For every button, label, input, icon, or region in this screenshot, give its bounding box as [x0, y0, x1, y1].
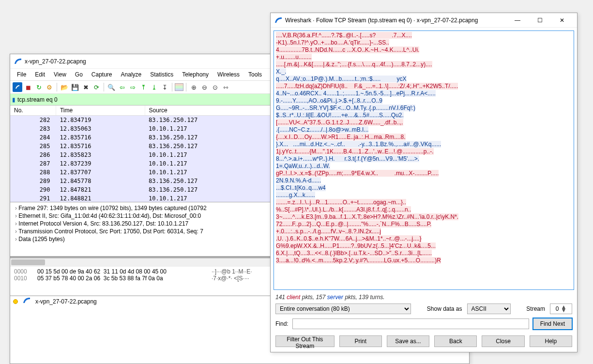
- save-as--button[interactable]: Save as...: [387, 335, 429, 347]
- close-button[interactable]: Close: [482, 335, 524, 347]
- options-button[interactable]: ⚙: [45, 82, 54, 92]
- restart-capture-button[interactable]: ↻: [34, 82, 44, 92]
- wireshark-icon: [274, 16, 282, 24]
- column-header[interactable]: No.: [10, 106, 56, 116]
- find-input[interactable]: [292, 318, 529, 329]
- show-as-select[interactable]: ASCII: [467, 303, 511, 314]
- find-label: Find:: [275, 320, 289, 327]
- maximize-button[interactable]: ☐: [529, 13, 551, 28]
- autoscroll-button[interactable]: ↧: [160, 82, 169, 92]
- packet-stats: 141 client pkts, 157 server pkts, 139 tu…: [271, 293, 577, 302]
- go-next-button[interactable]: ⇨: [128, 82, 137, 92]
- follow-titlebar[interactable]: Wireshark · Follow TCP Stream (tcp.strea…: [271, 13, 577, 28]
- stream-label: Stream: [526, 305, 545, 312]
- go-first-button[interactable]: ⤒: [138, 82, 148, 92]
- open-file-button[interactable]: 📂: [60, 82, 69, 92]
- menu-go[interactable]: Go: [71, 70, 87, 79]
- stream-number-value: 0: [556, 305, 559, 312]
- show-as-label: Show data as: [427, 305, 462, 312]
- menu-file[interactable]: File: [13, 70, 30, 79]
- menu-analyze[interactable]: Analyze: [117, 70, 146, 79]
- follow-title: Wireshark · Follow TCP Stream (tcp.strea…: [285, 17, 506, 24]
- menu-edit[interactable]: Edit: [31, 70, 49, 79]
- menu-view[interactable]: View: [50, 70, 70, 79]
- column-header[interactable]: Time: [56, 106, 145, 116]
- menu-capture[interactable]: Capture: [88, 70, 116, 79]
- find-next-button[interactable]: Find Next: [533, 318, 572, 330]
- statusbar-shark-icon: [23, 297, 30, 306]
- menu-telephony[interactable]: Telephony: [178, 70, 213, 79]
- follow-tcp-window: Wireshark · Follow TCP Stream (tcp.strea…: [270, 13, 578, 352]
- menu-wireless[interactable]: Wireless: [213, 70, 243, 79]
- stream-content[interactable]: ....V,B.R(36.a.Ff.^......?.7$..@I..-.[..…: [274, 30, 574, 290]
- zoom-in-button[interactable]: ⊕: [189, 82, 198, 92]
- statusbar-file: x-vpn_27-07-22.pcapng: [35, 298, 97, 305]
- zoom-out-button[interactable]: ⊖: [199, 82, 209, 92]
- zoom-reset-button[interactable]: ⊙: [210, 82, 220, 92]
- wireshark-icon: [14, 58, 22, 65]
- colorize-button[interactable]: [175, 83, 183, 91]
- stream-number-spinner[interactable]: 0 ▲▼: [550, 303, 572, 314]
- menu-tools[interactable]: Tools: [244, 70, 266, 79]
- find-packet-button[interactable]: 🔍: [106, 82, 116, 92]
- go-prev-button[interactable]: ⇦: [117, 82, 127, 92]
- stop-capture-button[interactable]: ◼: [23, 82, 33, 92]
- close-button[interactable]: ✕: [551, 13, 573, 28]
- filter-out-this-stream-button[interactable]: Filter Out This Stream: [275, 335, 335, 347]
- display-filter-icon[interactable]: ▮: [12, 96, 15, 103]
- menu-statistics[interactable]: Statistics: [146, 70, 177, 79]
- go-last-button[interactable]: ⤓: [149, 82, 159, 92]
- minimize-button[interactable]: —: [506, 13, 529, 28]
- expert-info-icon[interactable]: [13, 299, 18, 304]
- back-button[interactable]: Back: [434, 335, 477, 347]
- save-file-button[interactable]: 💾: [70, 82, 80, 92]
- column-header[interactable]: Source: [145, 106, 274, 116]
- close-file-button[interactable]: ✖: [81, 82, 91, 92]
- reload-button[interactable]: ⟳: [91, 82, 101, 92]
- start-capture-button[interactable]: [13, 82, 22, 92]
- print-button[interactable]: Print: [339, 335, 382, 347]
- resize-columns-button[interactable]: ⇿: [221, 82, 230, 92]
- conversation-select[interactable]: Entire conversation (80 kB): [275, 303, 411, 314]
- help-button[interactable]: Help: [530, 335, 572, 347]
